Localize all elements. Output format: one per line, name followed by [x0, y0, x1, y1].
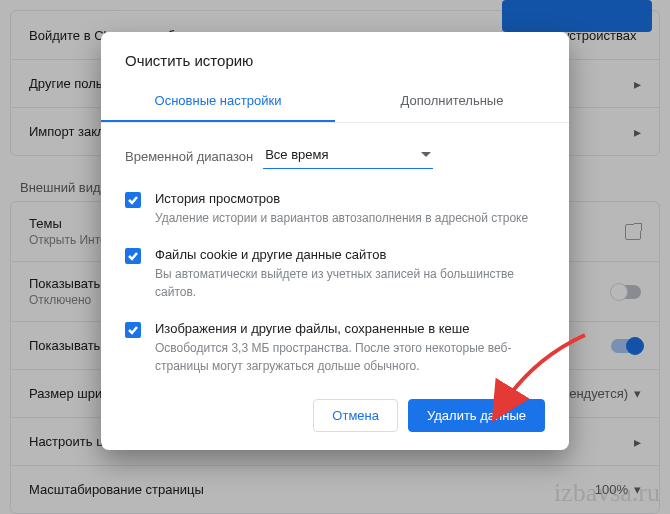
dialog-title: Очистить историю: [125, 52, 545, 69]
clear-option-row: Файлы cookie и другие данные сайтов Вы а…: [125, 247, 545, 301]
clear-browsing-data-dialog: Очистить историю Основные настройки Допо…: [101, 32, 569, 450]
dialog-actions: Отмена Удалить данные: [125, 399, 545, 432]
tab-basic[interactable]: Основные настройки: [101, 83, 335, 122]
checkbox-checked[interactable]: [125, 322, 141, 338]
option-desc: Удаление истории и вариантов автозаполне…: [155, 210, 528, 227]
tab-advanced[interactable]: Дополнительные: [335, 83, 569, 122]
modal-overlay: Очистить историю Основные настройки Допо…: [0, 0, 670, 514]
option-desc: Вы автоматически выйдете из учетных запи…: [155, 266, 545, 301]
time-range-value: Все время: [265, 147, 328, 162]
option-title: История просмотров: [155, 191, 528, 206]
option-title: Изображения и другие файлы, сохраненные …: [155, 321, 545, 336]
watermark: izbavsa.ru: [554, 478, 660, 508]
chevron-down-icon: [421, 152, 431, 157]
checkbox-checked[interactable]: [125, 192, 141, 208]
cancel-button[interactable]: Отмена: [313, 399, 398, 432]
time-range-row: Временной диапазон Все время: [125, 143, 545, 169]
clear-option-row: История просмотров Удаление истории и ва…: [125, 191, 545, 227]
clear-option-row: Изображения и другие файлы, сохраненные …: [125, 321, 545, 375]
option-title: Файлы cookie и другие данные сайтов: [155, 247, 545, 262]
clear-data-button[interactable]: Удалить данные: [408, 399, 545, 432]
option-desc: Освободится 3,3 МБ пространства. После э…: [155, 340, 545, 375]
dialog-tabs: Основные настройки Дополнительные: [101, 83, 569, 123]
time-range-select[interactable]: Все время: [263, 143, 433, 169]
time-range-label: Временной диапазон: [125, 149, 253, 164]
checkbox-checked[interactable]: [125, 248, 141, 264]
